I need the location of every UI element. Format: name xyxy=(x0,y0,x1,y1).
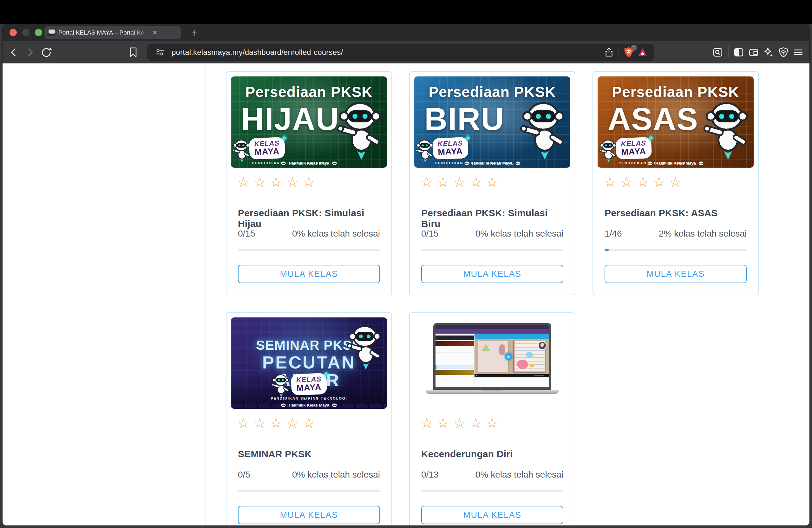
course-title[interactable]: Persediaan PKSK: Simulasi Hijau xyxy=(238,208,380,229)
sparkle-icon: ✦ xyxy=(279,132,289,145)
sidebar-toggle-icon[interactable] xyxy=(731,44,746,60)
mula-kelas-button[interactable]: MULA KELAS xyxy=(421,265,563,283)
robot-head-icon xyxy=(281,161,286,165)
laptop-mockup: ▶ xyxy=(433,323,551,394)
course-progress-stats: 0/15 0% kelas telah selesai xyxy=(238,229,380,239)
course-thumbnail-biru[interactable]: Persediaan PKSK BIRU KELAS MAYA ✦ PENDID… xyxy=(414,76,570,168)
course-card-seminar: SEMINAR PKSK PECUTAN AKHIR KELAS MAYA ✦ … xyxy=(226,312,392,526)
toolbar-right-cluster xyxy=(710,44,806,60)
sparkle-icon: ✦ xyxy=(322,368,331,381)
preview-video-controls xyxy=(475,374,549,377)
mula-kelas-button[interactable]: MULA KELAS xyxy=(238,265,380,283)
rating-stars: ☆☆☆☆☆ xyxy=(237,416,315,430)
robot-head-icon xyxy=(647,161,653,165)
robot-head-icon xyxy=(515,161,521,165)
mula-kelas-button[interactable]: MULA KELAS xyxy=(238,506,380,524)
banner-caption: Hakmilik Kelas Maya xyxy=(414,161,570,165)
preview-body: ▶ xyxy=(435,334,549,387)
brand-bottom: MAYA xyxy=(255,147,280,156)
desktop: Portal KELAS MAYA – Portal Ke ✕ + xyxy=(0,0,812,528)
kelas-maya-logo: KELAS MAYA ✦ xyxy=(249,137,285,160)
site-settings-icon[interactable] xyxy=(153,45,167,59)
leo-ai-sparkle-icon[interactable] xyxy=(761,44,776,60)
browser-window: Portal KELAS MAYA – Portal Ke ✕ + xyxy=(2,24,810,526)
course-title[interactable]: Persediaan PKSK: ASAS xyxy=(605,208,746,219)
tab-favicon xyxy=(48,29,55,36)
preview-browser-tabbar xyxy=(435,325,549,329)
preview-topbar xyxy=(475,334,549,339)
robot-head-icon xyxy=(464,161,469,165)
caption-text: Hakmilik Kelas Maya xyxy=(289,403,329,408)
kelas-maya-logo: KELAS MAYA ✦ xyxy=(432,137,468,160)
laptop-screen: ▶ xyxy=(433,323,551,390)
progress-count: 0/5 xyxy=(238,470,250,480)
brand-tagline: PENDIDIKAN SEIRING TEKNOLOGI xyxy=(231,396,387,400)
close-window-button[interactable] xyxy=(10,29,17,36)
robot-mascot-icon xyxy=(337,100,383,160)
robot-logo-icon xyxy=(599,139,617,163)
course-title[interactable]: Kecenderungan Diri xyxy=(421,449,563,459)
preview-browser-urlbar xyxy=(435,329,549,334)
course-card-biru: Persediaan PKSK BIRU KELAS MAYA ✦ PENDID… xyxy=(409,71,575,295)
preview-notes-page-left xyxy=(478,341,508,372)
course-thumbnail-seminar[interactable]: SEMINAR PKSK PECUTAN AKHIR KELAS MAYA ✦ … xyxy=(231,318,387,409)
course-title[interactable]: Persediaan PKSK: Simulasi Biru xyxy=(421,208,563,229)
course-progress-stats: 1/46 2% kelas telah selesai xyxy=(605,229,746,239)
browser-tab[interactable]: Portal KELAS MAYA – Portal Ke ✕ xyxy=(44,26,181,39)
browser-toolbar: portal.kelasmaya.my/dashboard/enrolled-c… xyxy=(2,41,810,63)
forward-button[interactable] xyxy=(23,45,37,59)
robot-mascot-icon xyxy=(520,100,566,160)
bookmark-icon[interactable] xyxy=(126,45,140,59)
sparkle-icon: ✦ xyxy=(646,132,656,145)
progress-fill xyxy=(605,249,609,251)
preview-video: ▶ xyxy=(475,339,549,374)
course-thumbnail-asas[interactable]: Persediaan PKSK ASAS KELAS MAYA ✦ PENDID… xyxy=(598,76,754,168)
preview-lesson-sidebar xyxy=(435,334,475,387)
banner-caption: Hakmilik Kelas Maya xyxy=(598,161,754,165)
brave-rewards-icon[interactable] xyxy=(636,45,650,59)
preview-sidebar-header xyxy=(435,336,474,340)
course-progress-stats: 0/5 0% kelas telah selesai xyxy=(238,470,380,480)
share-icon[interactable] xyxy=(602,45,616,59)
caption-text: Hakmilik Kelas Maya xyxy=(289,161,329,165)
tab-close-icon[interactable]: ✕ xyxy=(151,28,159,37)
course-thumbnail-hijau[interactable]: Persediaan PKSK HIJAU KELAS MAYA ✦ PENDI… xyxy=(231,76,387,168)
course-thumbnail-laptop-preview[interactable]: ▶ xyxy=(414,318,570,409)
banner-line2: ASAS xyxy=(608,103,698,135)
progress-label: 0% kelas telah selesai xyxy=(292,470,380,480)
robot-logo-icon xyxy=(416,139,434,163)
kelas-maya-logo: KELAS MAYA ✦ xyxy=(291,373,327,395)
progress-label: 0% kelas telah selesai xyxy=(476,470,563,480)
menu-icon[interactable] xyxy=(791,44,806,60)
progress-count: 0/15 xyxy=(238,229,255,239)
minimize-window-button[interactable] xyxy=(22,29,29,36)
preview-whitespace xyxy=(475,377,549,387)
banner-line2: HIJAU xyxy=(241,103,339,135)
play-icon: ▶ xyxy=(505,353,512,360)
vpn-shield-icon[interactable] xyxy=(776,44,791,60)
toolbar-separator xyxy=(619,47,619,58)
laptop-base xyxy=(426,390,559,394)
back-button[interactable] xyxy=(7,45,21,59)
banner-caption: Hakmilik Kelas Maya xyxy=(231,161,387,165)
wallet-icon[interactable] xyxy=(746,44,761,60)
address-bar[interactable]: portal.kelasmaya.my/dashboard/enrolled-c… xyxy=(147,44,654,61)
progress-bar xyxy=(238,490,380,492)
robot-logo-icon xyxy=(232,139,250,163)
course-title[interactable]: SEMINAR PKSK xyxy=(238,449,380,459)
search-window-icon[interactable] xyxy=(710,44,725,60)
preview-section-header-red xyxy=(435,341,474,346)
mula-kelas-button[interactable]: MULA KELAS xyxy=(605,265,746,283)
sparkle-icon: ✦ xyxy=(463,132,472,145)
brave-shield-icon[interactable]: 1 xyxy=(622,45,636,59)
mula-kelas-button[interactable]: MULA KELAS xyxy=(421,506,563,524)
course-card-kecenderungan-diri: ▶ ☆☆☆☆☆ xyxy=(409,312,575,526)
url-text[interactable]: portal.kelasmaya.my/dashboard/enrolled-c… xyxy=(172,48,602,57)
zoom-window-button[interactable] xyxy=(35,29,42,36)
reload-button[interactable] xyxy=(39,45,53,59)
progress-bar xyxy=(238,249,380,251)
rating-stars: ☆☆☆☆☆ xyxy=(421,416,498,430)
window-controls xyxy=(10,29,42,36)
new-tab-button[interactable]: + xyxy=(188,26,201,39)
robot-logo-icon xyxy=(272,373,290,397)
